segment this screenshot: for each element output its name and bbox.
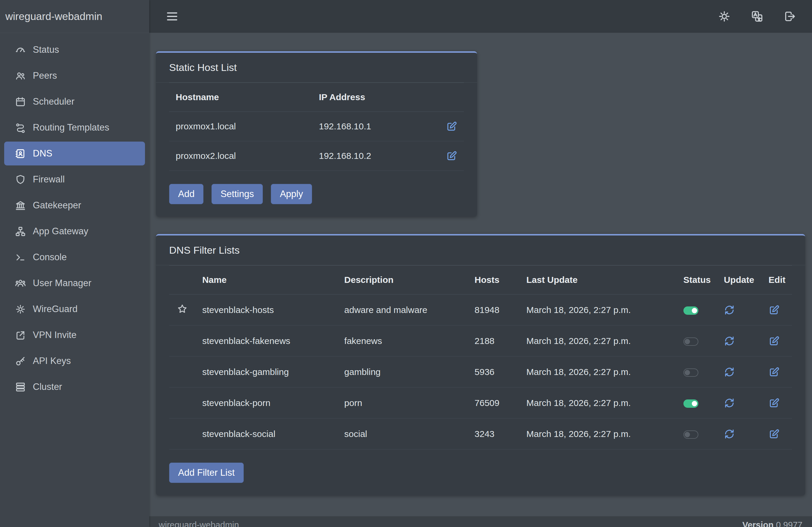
- share-export-icon: [12, 330, 29, 341]
- filter-edit-cell: [762, 295, 792, 326]
- sidebar-item-gatekeeper[interactable]: Gatekeeper: [4, 194, 145, 217]
- favorite-cell: [169, 326, 196, 357]
- filter-row: stevenblack-social social 3243 March 18,…: [169, 419, 792, 450]
- edit-icon[interactable]: [768, 335, 780, 347]
- status-toggle[interactable]: [683, 337, 698, 346]
- card-header: Static Host List: [156, 53, 477, 82]
- add-host-button[interactable]: Add: [169, 184, 203, 204]
- add-filter-list-button[interactable]: Add Filter List: [169, 463, 244, 483]
- edit-icon[interactable]: [768, 366, 780, 378]
- static-host-table: Hostname IP Address proxmox1.local 192.1…: [169, 82, 464, 171]
- filter-update-cell: [717, 388, 762, 419]
- column-header-hostname: Hostname: [169, 83, 312, 112]
- sidebar-menu: Status Peers Scheduler Routing Templates…: [0, 33, 149, 404]
- gauge-icon: [12, 44, 29, 56]
- edit-icon[interactable]: [446, 121, 457, 132]
- theme-sun-icon[interactable]: [718, 11, 730, 22]
- host-list-buttons: Add Settings Apply: [169, 184, 464, 204]
- sidebar-item-label: DNS: [33, 148, 52, 159]
- sidebar-item-cluster[interactable]: Cluster: [4, 375, 145, 399]
- column-header-favorite: [169, 266, 196, 295]
- status-toggle[interactable]: [683, 431, 698, 439]
- filter-last-update-cell: March 18, 2026, 2:27 p.m.: [520, 419, 677, 450]
- edit-icon[interactable]: [768, 397, 780, 409]
- column-header-edit: Edit: [762, 266, 792, 295]
- status-toggle[interactable]: [683, 400, 698, 408]
- filter-status-cell: [677, 357, 717, 388]
- sidebar-item-label: Console: [33, 252, 67, 262]
- table-header-row: Hostname IP Address: [169, 83, 464, 112]
- status-toggle[interactable]: [683, 368, 698, 377]
- language-icon[interactable]: [751, 11, 763, 22]
- column-header-status: Status: [677, 266, 717, 295]
- actions-cell: [437, 141, 464, 171]
- ip-cell: 192.168.10.2: [312, 141, 437, 171]
- filter-update-cell: [717, 419, 762, 450]
- filter-update-cell: [717, 295, 762, 326]
- static-host-list-card: Static Host List Hostname IP Address pro…: [156, 51, 477, 217]
- users-icon: [12, 278, 29, 289]
- sidebar-item-firewall[interactable]: Firewall: [4, 167, 145, 191]
- version-text: Version 0.9977: [742, 520, 802, 527]
- sidebar-item-wireguard[interactable]: WireGuard: [4, 297, 145, 321]
- sidebar-item-status[interactable]: Status: [4, 38, 145, 62]
- filter-update-cell: [717, 326, 762, 357]
- favorite-cell: [169, 295, 196, 326]
- refresh-icon[interactable]: [724, 304, 735, 316]
- app-brand[interactable]: wireguard-webadmin: [0, 0, 149, 33]
- refresh-icon[interactable]: [724, 397, 735, 409]
- edit-icon[interactable]: [768, 304, 780, 316]
- filter-description-cell: fakenews: [338, 326, 468, 357]
- menu-toggle-icon[interactable]: [165, 10, 179, 23]
- sidebar-item-label: Cluster: [33, 381, 62, 392]
- favorite-cell: [169, 388, 196, 419]
- topbar-actions: [718, 11, 796, 22]
- refresh-icon[interactable]: [724, 428, 735, 440]
- sidebar-item-scheduler[interactable]: Scheduler: [4, 90, 145, 114]
- main-content: Static Host List Hostname IP Address pro…: [149, 33, 812, 527]
- settings-button[interactable]: Settings: [212, 184, 263, 204]
- shield-icon: [12, 174, 29, 185]
- sidebar: wireguard-webadmin Status Peers Schedule…: [0, 0, 149, 527]
- column-header-name: Name: [196, 266, 338, 295]
- edit-icon[interactable]: [446, 150, 457, 162]
- terminal-icon: [12, 252, 29, 263]
- refresh-icon[interactable]: [724, 366, 735, 378]
- dns-filter-table: Name Description Hosts Last Update Statu…: [169, 265, 792, 450]
- dns-filter-lists-card: DNS Filter Lists Name Description Hosts …: [156, 234, 805, 495]
- gear-icon: [12, 304, 29, 315]
- filter-status-cell: [677, 295, 717, 326]
- filter-status-cell: [677, 388, 717, 419]
- sidebar-item-peers[interactable]: Peers: [4, 64, 145, 88]
- sidebar-item-dns[interactable]: DNS: [4, 141, 145, 165]
- column-header-last-update: Last Update: [520, 266, 677, 295]
- refresh-icon[interactable]: [724, 335, 735, 347]
- sidebar-item-api-keys[interactable]: API Keys: [4, 349, 145, 373]
- favorite-star-icon[interactable]: [177, 303, 188, 314]
- sidebar-item-user-manager[interactable]: User Manager: [4, 271, 145, 295]
- hostname-cell: proxmox1.local: [169, 112, 312, 141]
- actions-cell: [437, 112, 464, 141]
- sidebar-item-label: Scheduler: [33, 96, 75, 107]
- sidebar-item-console[interactable]: Console: [4, 245, 145, 269]
- filter-description-cell: social: [338, 419, 468, 450]
- sidebar-item-app-gateway[interactable]: App Gateway: [4, 220, 145, 243]
- table-row: proxmox2.local 192.168.10.2: [169, 141, 464, 171]
- calendar-icon: [12, 96, 29, 107]
- toggle-knob: [692, 401, 697, 406]
- filter-row: stevenblack-gambling gambling 5936 March…: [169, 357, 792, 388]
- sidebar-item-routing-templates[interactable]: Routing Templates: [4, 116, 145, 139]
- sidebar-item-vpn-invite[interactable]: VPN Invite: [4, 323, 145, 347]
- edit-icon[interactable]: [768, 428, 780, 440]
- logout-icon[interactable]: [784, 11, 796, 22]
- column-header-update: Update: [717, 266, 762, 295]
- sidebar-item-label: Gatekeeper: [33, 200, 81, 211]
- apply-button[interactable]: Apply: [271, 184, 312, 204]
- filter-row: stevenblack-fakenews fakenews 2188 March…: [169, 326, 792, 357]
- status-toggle[interactable]: [683, 306, 698, 315]
- filter-name-cell: stevenblack-hosts: [196, 295, 338, 326]
- sidebar-item-label: App Gateway: [33, 226, 88, 237]
- filter-status-cell: [677, 419, 717, 450]
- column-header-ip: IP Address: [312, 83, 437, 112]
- filter-name-cell: stevenblack-gambling: [196, 357, 338, 388]
